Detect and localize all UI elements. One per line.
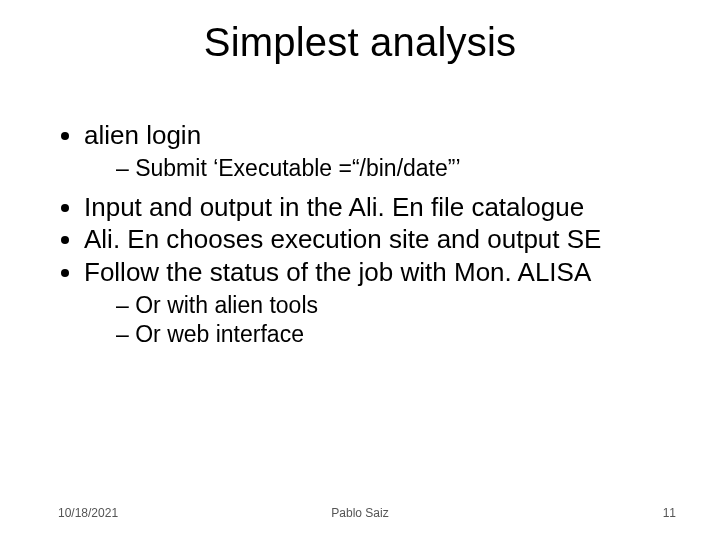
sub-bullet-item: Or with alien tools (116, 292, 676, 319)
sub-bullet-item: Submit ‘Executable =“/bin/date”’ (116, 155, 676, 182)
slide-title: Simplest analysis (0, 20, 720, 65)
bullet-text: alien login (84, 120, 201, 150)
bullet-text: Input and output in the Ali. En file cat… (84, 192, 584, 222)
slide-content: alien login Submit ‘Executable =“/bin/da… (60, 120, 676, 358)
slide: Simplest analysis alien login Submit ‘Ex… (0, 0, 720, 540)
bullet-item: alien login Submit ‘Executable =“/bin/da… (84, 120, 676, 182)
sub-bullet-item: Or web interface (116, 321, 676, 348)
sub-bullet-text: Or with alien tools (135, 292, 318, 318)
sub-bullet-text: Or web interface (135, 321, 304, 347)
sub-bullet-text: Submit ‘Executable =“/bin/date”’ (135, 155, 460, 181)
sub-bullet-list: Or with alien tools Or web interface (84, 292, 676, 348)
footer-page-number: 11 (663, 506, 676, 520)
bullet-item: Ali. En chooses execution site and outpu… (84, 224, 676, 255)
bullet-item: Input and output in the Ali. En file cat… (84, 192, 676, 223)
sub-bullet-list: Submit ‘Executable =“/bin/date”’ (84, 155, 676, 182)
bullet-text: Ali. En chooses execution site and outpu… (84, 224, 601, 254)
footer-author: Pablo Saiz (0, 506, 720, 520)
bullet-text: Follow the status of the job with Mon. A… (84, 257, 591, 287)
bullet-list: alien login Submit ‘Executable =“/bin/da… (60, 120, 676, 348)
bullet-item: Follow the status of the job with Mon. A… (84, 257, 676, 348)
